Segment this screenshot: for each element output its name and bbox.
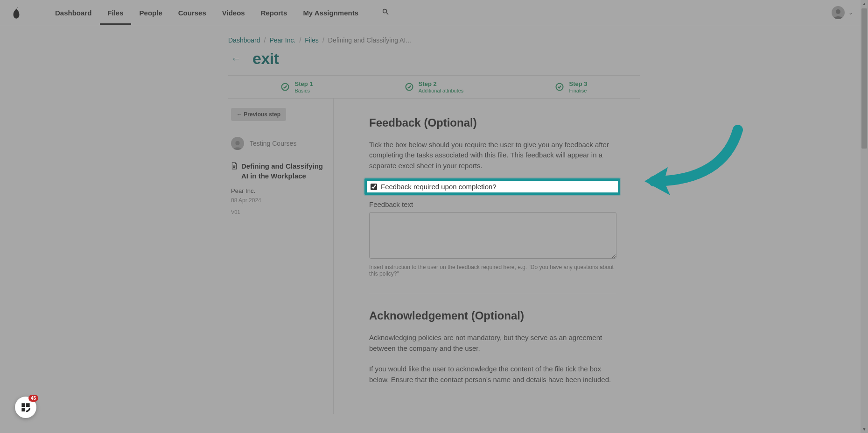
help-widget[interactable]: 45 [15,397,36,418]
widget-badge: 45 [28,395,38,402]
feedback-checkbox-label: Feedback required upon completion? [382,183,498,191]
acknowledgement-heading: Acknowledgement (Optional) [369,309,616,322]
stepper: Step 1 Basics Step 2 Additional attribut… [228,75,640,99]
user-menu-chevron[interactable]: ⌄ [848,9,853,16]
widget-logo-icon [20,401,32,413]
svg-point-2 [836,9,840,14]
feedback-hint: Insert instruction to the user on the fe… [369,264,616,277]
feedback-checkbox-row[interactable]: Feedback required upon completion? [369,181,616,193]
nav-dashboard[interactable]: Dashboard [48,0,99,25]
top-nav: Dashboard Files People Courses Videos Re… [0,0,868,25]
feedback-description: Tick the box below should you require th… [369,140,616,171]
scroll-down-icon[interactable]: ▼ [861,426,868,433]
breadcrumb-sep: / [322,36,324,44]
svg-point-6 [235,141,239,145]
company-name: Pear Inc. [231,187,327,194]
page-title: exit [252,50,279,68]
page-content: Dashboard / Pear Inc. / Files / Defining… [228,25,640,414]
tutorial-arrow-icon [635,125,747,209]
acknowledgement-desc-2: If you would like the user to acknowledg… [369,364,616,385]
breadcrumb-current: Defining and Classifying AI... [328,36,411,44]
nav-right: ⌄ [832,6,861,19]
nav-people[interactable]: People [132,0,170,25]
step-sub: Additional attributes [419,88,464,93]
title-row: ← exit [228,50,640,68]
nav-links: Dashboard Files People Courses Videos Re… [48,0,393,25]
step-2[interactable]: Step 2 Additional attributes [365,76,503,98]
file-date: 08 Apr 2024 [231,197,327,204]
search-icon [382,8,389,15]
feedback-checkbox[interactable] [372,184,378,191]
feedback-text-label: Feedback text [369,200,616,208]
nav-my-assignments[interactable]: My Assignments [295,0,366,25]
previous-step-button[interactable]: ← Previous step [231,108,286,121]
author-name: Testing Courses [250,140,296,147]
svg-line-1 [386,13,388,14]
left-sidebar: ← Previous step Testing Courses Defining… [228,99,334,414]
form-area: Feedback (Optional) Tick the box below s… [334,99,640,414]
search-button[interactable] [378,4,393,21]
file-name-row: Defining and Classifying AI in the Workp… [231,161,327,181]
feedback-textarea[interactable] [369,212,616,259]
file-name: Defining and Classifying AI in the Workp… [241,161,327,181]
breadcrumb-files[interactable]: Files [305,36,319,44]
back-button[interactable]: ← [228,51,241,67]
svg-point-0 [383,9,387,13]
acknowledgement-desc-1: Acknowledging policies are not mandatory… [369,333,616,354]
logo [11,6,21,19]
nav-videos[interactable]: Videos [215,0,252,25]
step-label: Step 2 [419,80,464,88]
step-label: Step 1 [294,80,313,88]
user-avatar[interactable] [832,6,845,19]
breadcrumbs: Dashboard / Pear Inc. / Files / Defining… [228,36,640,44]
two-column-layout: ← Previous step Testing Courses Defining… [228,99,640,414]
step-sub: Basics [294,88,313,93]
section-divider [369,294,616,294]
nav-files[interactable]: Files [100,0,131,25]
step-3[interactable]: Step 3 Finalise [503,76,640,98]
check-circle-icon [405,82,414,92]
author-row: Testing Courses [231,137,327,150]
step-1[interactable]: Step 1 Basics [228,76,365,98]
file-icon [231,162,238,170]
scrollbar[interactable]: ▲ ▼ [861,0,868,433]
step-sub: Finalise [569,88,587,93]
nav-reports[interactable]: Reports [253,0,295,25]
step-label: Step 3 [569,80,587,88]
breadcrumb-company[interactable]: Pear Inc. [269,36,295,44]
breadcrumb-sep: / [264,36,266,44]
scroll-up-icon[interactable]: ▲ [861,0,868,7]
check-circle-icon [280,82,290,92]
breadcrumb-dashboard[interactable]: Dashboard [228,36,260,44]
feedback-heading: Feedback (Optional) [369,116,616,129]
author-avatar [231,137,244,150]
scrollbar-thumb[interactable] [861,8,867,149]
file-version: V01 [231,209,327,215]
nav-courses[interactable]: Courses [171,0,214,25]
check-circle-icon [555,82,564,92]
breadcrumb-sep: / [299,36,301,44]
